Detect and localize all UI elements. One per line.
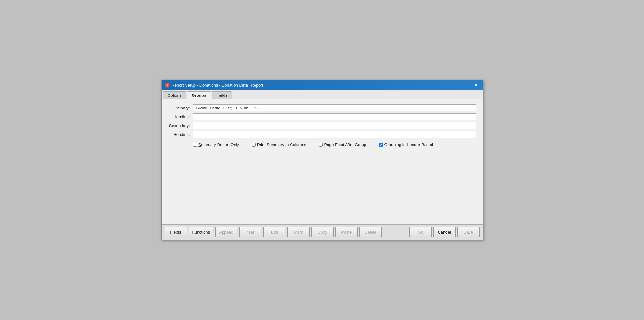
- content-area: Primary: Heading: Secondary: Heading: Su…: [162, 99, 483, 224]
- primary-input[interactable]: [193, 104, 476, 111]
- heading1-row: Heading:: [168, 113, 476, 120]
- print-summary-checkbox[interactable]: [252, 143, 256, 147]
- title-bar: ● Report Setup - Donations - Donation De…: [162, 80, 483, 90]
- grouping-header-checkbox[interactable]: [379, 143, 383, 147]
- paste-button[interactable]: Paste: [335, 227, 358, 237]
- heading2-label: Heading:: [168, 132, 193, 137]
- functions-button[interactable]: Functions: [189, 227, 213, 237]
- close-button[interactable]: ✕: [473, 82, 480, 88]
- append-button[interactable]: Append: [215, 227, 237, 237]
- checkboxes-row: Summary Report Only Print Summary In Col…: [193, 142, 476, 147]
- save-button[interactable]: Save: [457, 227, 480, 237]
- primary-row: Primary:: [168, 104, 476, 111]
- heading2-row: Heading:: [168, 131, 476, 138]
- tab-fields[interactable]: Fields: [212, 91, 232, 99]
- title-controls: ─ □ ✕: [456, 82, 480, 88]
- title-bar-left: ● Report Setup - Donations - Donation De…: [165, 83, 263, 88]
- copy-button[interactable]: Copy: [311, 227, 334, 237]
- heading2-input[interactable]: [193, 131, 476, 138]
- heading1-input[interactable]: [193, 113, 476, 120]
- maximize-button[interactable]: □: [464, 82, 471, 88]
- page-eject-checkbox[interactable]: [319, 143, 323, 147]
- button-bar: Fields Functions Append Insert Edit Mark…: [162, 224, 483, 240]
- delete-button[interactable]: Delete: [359, 227, 382, 237]
- summary-only-label: Summary Report Only: [199, 142, 239, 147]
- tab-groups[interactable]: Groups: [187, 91, 211, 99]
- spacer: [383, 227, 408, 237]
- insert-button[interactable]: Insert: [239, 227, 261, 237]
- main-window: ● Report Setup - Donations - Donation De…: [161, 80, 483, 240]
- minimize-button[interactable]: ─: [456, 82, 463, 88]
- cancel-button[interactable]: Cancel: [433, 227, 456, 237]
- summary-only-checkbox[interactable]: [193, 143, 197, 147]
- page-eject-checkbox-item: Page Eject After Group: [319, 142, 366, 147]
- print-summary-label: Print Summary In Columns: [257, 142, 306, 147]
- page-eject-label: Page Eject After Group: [324, 142, 366, 147]
- grouping-header-checkbox-item: Grouping Is Header-Based: [379, 142, 433, 147]
- summary-only-checkbox-item: Summary Report Only: [193, 142, 239, 147]
- mark-button[interactable]: Mark: [287, 227, 310, 237]
- secondary-input[interactable]: [193, 122, 476, 129]
- app-icon: ●: [165, 83, 170, 88]
- tab-bar: Options Groups Fields: [162, 90, 483, 99]
- grouping-header-label: Grouping Is Header-Based: [384, 142, 433, 147]
- secondary-label: Secondary:: [168, 123, 193, 128]
- primary-label: Primary:: [168, 106, 193, 110]
- heading1-label: Heading:: [168, 114, 193, 119]
- secondary-row: Secondary:: [168, 122, 476, 129]
- tab-options[interactable]: Options: [163, 91, 187, 99]
- ok-button[interactable]: Ok: [409, 227, 432, 237]
- underline-s: S: [199, 142, 201, 147]
- window-title: Report Setup - Donations - Donation Deta…: [172, 83, 263, 88]
- fields-button[interactable]: Fields: [165, 227, 187, 237]
- print-summary-checkbox-item: Print Summary In Columns: [252, 142, 306, 147]
- edit-button[interactable]: Edit: [263, 227, 285, 237]
